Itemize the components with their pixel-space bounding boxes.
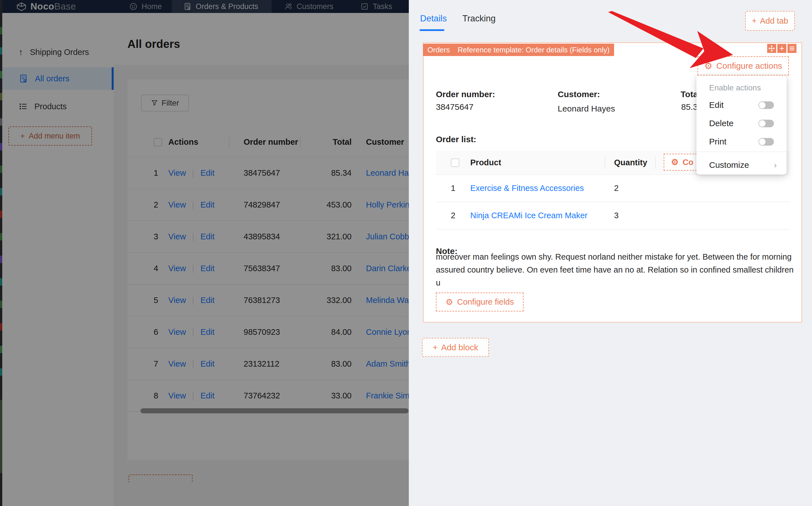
menu-divider [696,152,787,152]
column-divider [605,157,605,169]
order-list-label: Order list: [436,135,476,144]
edit-toggle[interactable] [758,101,774,109]
block-badge-template: Reference template: Order details (Field… [453,44,614,56]
main-application: NocoBase Home Orders & Products Cust [0,0,409,506]
gear-icon: ⚙ [671,158,679,166]
add-block-button[interactable]: + Add block [422,338,489,357]
block-badge-collection: Orders [423,44,454,56]
gear-icon: ⚙ [704,61,713,70]
menu-item-print[interactable]: Print [709,136,774,148]
field-value-order-number: 38475647 [436,102,473,112]
product-link[interactable]: Exercise & Fitness Accessories [470,184,584,193]
print-toggle[interactable] [758,138,774,146]
configure-fields-button[interactable]: ⚙ Configure fields [436,292,524,312]
gear-icon: ⚙ [446,298,453,306]
tab-details[interactable]: Details [420,13,447,24]
order-item-row: 1 Exercise & Fitness Accessories 2 [436,175,790,202]
active-tab-underline [419,29,444,31]
menu-item-delete[interactable]: Delete [709,117,774,130]
chevron-right-icon: › [774,160,777,170]
plus-icon: + [433,343,438,352]
drawer-mask[interactable] [0,0,409,506]
select-all-checkbox[interactable] [451,159,459,167]
column-header-product[interactable]: Product [470,158,608,167]
column-divider [655,157,656,169]
column-header-quantity[interactable]: Quantity [608,158,655,167]
tab-tracking[interactable]: Tracking [462,13,496,24]
order-item-row: 2 Ninja CREAMi Ice Cream Maker 3 [436,202,790,230]
menu-group-label: Enable actions [709,83,761,92]
add-tab-button[interactable]: + Add tab [745,11,795,31]
menu-item-customize[interactable]: Customize › [709,159,777,171]
field-value-customer-link[interactable]: Leonard Hayes [558,104,615,113]
field-label-order-number: Order number: [436,90,495,99]
configure-actions-menu: Enable actions Edit Delete Print Customi… [696,75,787,175]
menu-item-edit[interactable]: Edit [709,99,774,111]
delete-toggle[interactable] [758,120,774,127]
screenshot-root: NocoBase Home Orders & Products Cust [0,0,812,506]
plus-icon: + [752,16,757,26]
menu-icon[interactable] [788,44,797,53]
field-label-customer: Customer: [558,90,600,99]
product-link[interactable]: Ninja CREAMi Ice Cream Maker [470,211,588,220]
plus-icon[interactable]: + [777,44,786,53]
note-text: moreover man feelings own shy. Request n… [436,250,794,289]
configure-actions-button[interactable]: ⚙ Configure actions [697,56,789,75]
drag-icon[interactable] [767,44,776,53]
